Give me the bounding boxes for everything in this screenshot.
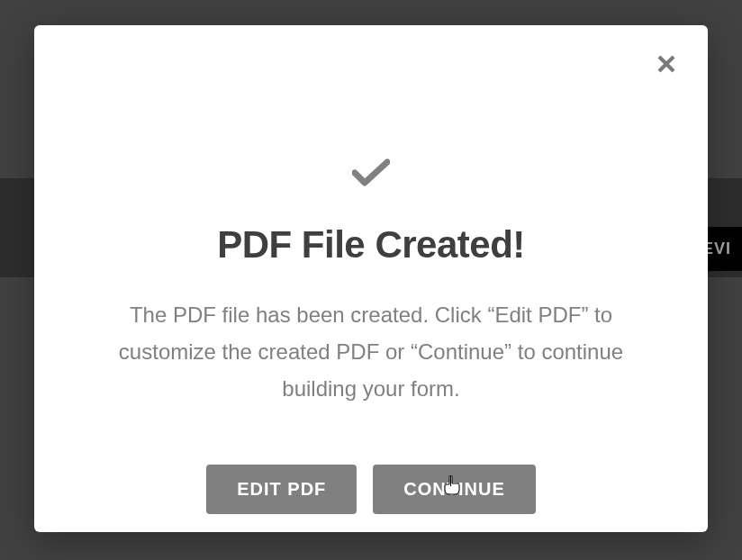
close-icon	[656, 53, 677, 75]
button-row: EDIT PDF CONTINUE	[206, 465, 536, 514]
edit-pdf-button[interactable]: EDIT PDF	[206, 465, 357, 514]
continue-button[interactable]: CONTINUE	[373, 465, 535, 514]
modal-title: PDF File Created!	[217, 223, 525, 266]
modal-description: The PDF file has been created. Click “Ed…	[83, 297, 659, 407]
success-modal: PDF File Created! The PDF file has been …	[34, 25, 708, 532]
modal-content: PDF File Created! The PDF file has been …	[34, 25, 708, 514]
check-icon	[352, 158, 390, 187]
close-button[interactable]	[654, 52, 679, 77]
